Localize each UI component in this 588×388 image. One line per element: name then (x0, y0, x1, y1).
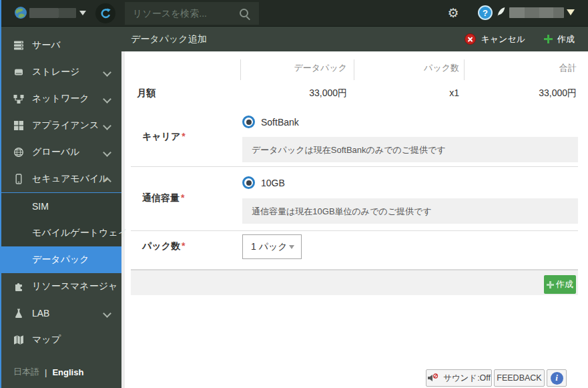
feather-icon[interactable] (496, 6, 507, 21)
chevron-down-icon (103, 309, 111, 318)
pack-count-select[interactable]: 1 パック (242, 234, 302, 259)
help-icon[interactable] (478, 5, 493, 20)
section-divider (131, 230, 578, 231)
plus-icon (544, 35, 553, 43)
puzzle-icon (13, 281, 24, 292)
sidebar-item-map[interactable]: マップ (0, 327, 121, 353)
info-button[interactable] (547, 369, 567, 387)
create-button-label: 作成 (557, 33, 575, 45)
select-caret-icon (289, 245, 294, 249)
packs-field-label: パック数* (142, 240, 185, 252)
globe-icon (13, 147, 24, 158)
refresh-button[interactable] (95, 3, 115, 23)
create-submit-label: 作成 (556, 278, 573, 290)
chevron-down-icon (103, 95, 111, 104)
create-submit-button[interactable]: 作成 (544, 275, 576, 294)
monthly-datapack-price: 33,000円 (239, 87, 347, 100)
sidebar-item-label: マップ (32, 334, 61, 346)
appliance-icon (13, 120, 24, 131)
gear-icon[interactable] (446, 5, 461, 21)
language-switcher: 日本語 | English (13, 366, 83, 378)
capacity-option-label[interactable]: 10GB (261, 178, 285, 188)
redacted-zone-name[interactable] (29, 8, 59, 18)
redacted-zone-name-2[interactable] (59, 8, 76, 18)
sidebar-item-label: サーバ (32, 39, 61, 51)
sidebar-subitem-label: データパック (32, 254, 89, 266)
language-english[interactable]: English (52, 367, 83, 377)
globe-logo-icon[interactable] (14, 6, 27, 19)
content-left-gutter (121, 51, 125, 388)
sidebar-item-appliance[interactable]: アプライアンス (0, 112, 121, 139)
pack-count-selected-value: 1 パック (251, 241, 288, 253)
feedback-label: FEEDBACK (497, 373, 541, 383)
zone-dropdown-caret-icon[interactable] (79, 11, 86, 15)
carrier-option-label[interactable]: SoftBank (261, 117, 299, 128)
chevron-down-icon (103, 68, 111, 77)
capacity-radio-10gb[interactable] (242, 176, 255, 189)
secure-mobile-submenu: SIM モバイルゲートウェイ データパック (0, 192, 121, 273)
sidebar-item-label: ストレージ (32, 66, 79, 78)
required-asterisk: * (182, 131, 185, 142)
sidebar-item-server[interactable]: サーバ (0, 32, 121, 59)
carrier-field-label: キャリア* (142, 131, 186, 143)
plus-icon (547, 281, 554, 288)
sidebar-item-secure-mobile[interactable]: セキュアモバイル (0, 166, 121, 192)
section-divider (131, 166, 578, 167)
capacity-field-label: 通信容量* (142, 192, 184, 204)
required-asterisk: * (182, 240, 185, 251)
sidebar-item-label: ネットワーク (32, 93, 89, 105)
sidebar-subitem-sim[interactable]: SIM (0, 193, 121, 220)
info-circle-icon (551, 372, 563, 385)
search-input[interactable] (125, 2, 259, 25)
sidebar-item-label: セキュアモバイル (32, 173, 109, 185)
sidebar-subitem-mobile-gateway[interactable]: モバイルゲートウェイ (0, 220, 121, 246)
sidebar-item-lab[interactable]: LAB (0, 300, 121, 327)
page-title: データパック追加 (131, 33, 446, 45)
capacity-note: 通信容量は現在10GB単位のみでのご提供です (242, 198, 578, 224)
create-button-header[interactable]: 作成 (544, 33, 575, 45)
storage-icon (13, 67, 24, 77)
language-japanese[interactable]: 日本語 (13, 366, 39, 378)
network-icon (13, 93, 24, 104)
required-asterisk: * (181, 192, 184, 203)
sidebar-item-resource-manager[interactable]: リソースマネージャ (0, 273, 121, 300)
search-icon[interactable] (240, 9, 248, 17)
map-icon (13, 335, 24, 345)
sidebar-item-label: リソースマネージャ (32, 280, 117, 293)
topbar (0, 0, 588, 27)
sidebar-subitem-data-pack-selected[interactable]: データパック (0, 246, 121, 273)
speaker-muted-icon (427, 373, 439, 383)
sidebar-item-storage[interactable]: ストレージ (0, 59, 121, 85)
monthly-pack-count: x1 (359, 87, 459, 98)
cancel-x-icon (465, 33, 476, 45)
column-header-datapack: データパック (239, 62, 347, 74)
server-icon (13, 40, 24, 51)
form-footer-strip (131, 269, 578, 295)
column-header-packcount: パック数 (359, 62, 459, 74)
sidebar-item-label: アプライアンス (32, 120, 99, 132)
sidebar-item-network[interactable]: ネットワーク (0, 85, 121, 112)
sidebar-item-label: グローバル (32, 146, 79, 158)
sidebar-item-global[interactable]: グローバル (0, 139, 121, 166)
main-content: データパック パック数 合計 月額 33,000円 x1 33,000円 Sof… (121, 51, 588, 388)
carrier-radio-softbank[interactable] (242, 116, 255, 128)
page-header: データパック追加 キャンセル 作成 (121, 27, 588, 51)
sound-toggle-label: サウンド:Off (443, 373, 491, 384)
column-separator (354, 59, 354, 80)
chevron-down-icon (103, 122, 111, 130)
left-accent-line (0, 0, 1, 388)
monthly-total: 33,000円 (467, 87, 577, 100)
carrier-note: データパックは現在SoftBankのみでのご提供です (242, 137, 578, 162)
redacted-account-name[interactable] (509, 7, 564, 18)
mobile-icon (13, 174, 24, 184)
feedback-button[interactable]: FEEDBACK (494, 369, 545, 387)
account-dropdown-caret-icon[interactable] (567, 9, 575, 15)
monthly-row-label: 月額 (137, 87, 230, 100)
chevron-down-icon (103, 148, 111, 157)
sidebar-subitem-label: モバイルゲートウェイ (32, 227, 127, 239)
sidebar: サーバ ストレージ ネットワーク アプライアンス グローバル セキュアモバイル (0, 27, 121, 388)
cancel-button[interactable]: キャンセル (465, 33, 525, 45)
sound-toggle-button[interactable]: サウンド:Off (426, 369, 492, 387)
app-root: { "topbar": { "search": { "placeholder":… (0, 0, 588, 388)
language-separator: | (45, 367, 47, 377)
